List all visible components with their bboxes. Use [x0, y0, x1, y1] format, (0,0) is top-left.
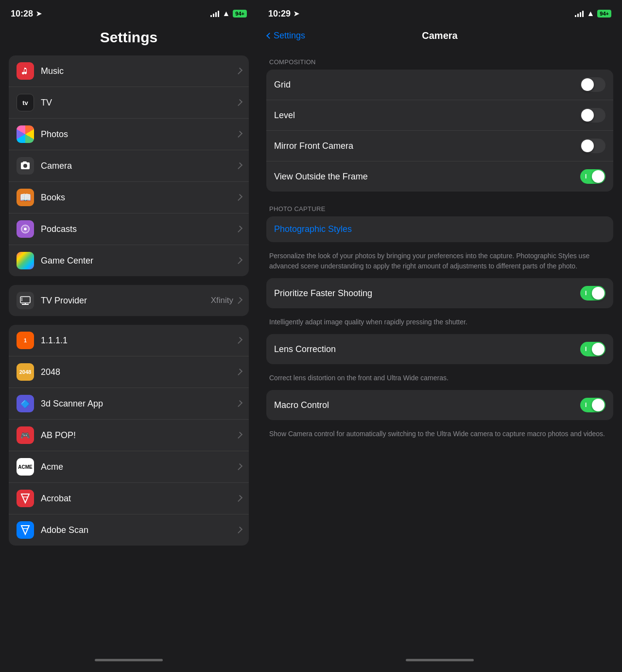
app-2048-label: 2048 — [41, 367, 237, 377]
composition-section-label: COMPOSITION — [266, 49, 613, 70]
mirror-toggle[interactable] — [580, 139, 605, 153]
viewoutside-toggle-knob — [592, 170, 605, 183]
left-panel-title: Settings — [0, 24, 258, 55]
tv-provider-group: TV Provider Xfinity — [9, 285, 249, 316]
right-panel: 10:29 ➤ ▲ 94+ Settings Camera COMPOSITIO… — [258, 0, 622, 672]
photocapture-section-label: PHOTO CAPTURE — [266, 195, 613, 216]
app-abpop-item[interactable]: 🎮 AB POP! — [9, 420, 249, 451]
right-signal-icon — [575, 10, 584, 17]
app-3dscanner-label: 3d Scanner App — [41, 399, 237, 409]
app-acrobat-label: Acrobat — [41, 494, 237, 504]
lens-correction-card: Lens Correction — [266, 334, 613, 364]
svg-point-1 — [24, 228, 27, 230]
left-home-indicator — [95, 659, 163, 661]
location-arrow-icon: ➤ — [36, 10, 42, 18]
photostyles-description: Personalize the look of your photos by b… — [266, 246, 613, 278]
books-label: Books — [41, 193, 237, 203]
app-abpop-icon: 🎮 — [17, 426, 34, 444]
music-icon — [17, 62, 34, 80]
app-2048-item[interactable]: 2048 2048 — [9, 356, 249, 388]
photos-item[interactable]: Photos — [9, 119, 249, 150]
svg-rect-2 — [20, 297, 30, 303]
app-acrobat-item[interactable]: Acrobat — [9, 483, 249, 514]
app-1111-icon: 1 — [17, 332, 34, 349]
faster-shooting-description: Intelligently adapt image quality when r… — [266, 312, 613, 334]
macro-control-toggle-knob — [592, 399, 605, 411]
right-battery-badge: 94+ — [597, 10, 611, 18]
app-adobescan-item[interactable]: Adobe Scan — [9, 514, 249, 546]
composition-card: Grid Level Mirror Front Camera View Outs… — [266, 70, 613, 192]
apps-group: 1 1.1.1.1 2048 2048 🔷 3d Scanner App 🎮 A… — [9, 325, 249, 546]
lens-correction-toggle[interactable] — [580, 342, 605, 356]
svg-point-0 — [24, 165, 27, 167]
back-label: Settings — [274, 31, 305, 41]
books-icon: 📖 — [17, 189, 34, 206]
app-3dscanner-item[interactable]: 🔷 3d Scanner App — [9, 388, 249, 420]
camera-icon — [17, 157, 34, 175]
macro-control-card: Macro Control — [266, 390, 613, 420]
viewoutside-label: View Outside the Frame — [274, 172, 580, 182]
back-button[interactable]: Settings — [267, 31, 305, 41]
camera-label: Camera — [41, 161, 237, 171]
gamecenter-item[interactable]: Game Center — [9, 245, 249, 276]
right-wifi-icon: ▲ — [587, 9, 594, 18]
faster-shooting-toggle-knob — [592, 287, 605, 300]
level-toggle-knob — [581, 109, 594, 122]
photostyles-label: Photographic Styles — [274, 224, 352, 234]
app-adobescan-icon — [17, 521, 34, 539]
podcasts-item[interactable]: Podcasts — [9, 213, 249, 245]
tv-provider-chevron — [236, 297, 242, 304]
mirror-row[interactable]: Mirror Front Camera — [266, 131, 613, 161]
viewoutside-row[interactable]: View Outside the Frame — [266, 161, 613, 192]
right-header: Settings Camera — [258, 24, 622, 49]
macro-control-row[interactable]: Macro Control — [266, 390, 613, 420]
gamecenter-label: Game Center — [41, 256, 237, 266]
macro-control-label: Macro Control — [274, 400, 580, 410]
level-toggle[interactable] — [580, 108, 605, 123]
podcasts-label: Podcasts — [41, 224, 237, 234]
lens-correction-description: Correct lens distortion on the front and… — [266, 368, 613, 390]
app-1111-item[interactable]: 1 1.1.1.1 — [9, 325, 249, 356]
music-item[interactable]: Music — [9, 55, 249, 87]
faster-shooting-toggle[interactable] — [580, 286, 605, 301]
grid-label: Grid — [274, 80, 580, 90]
mirror-label: Mirror Front Camera — [274, 141, 580, 151]
grid-toggle[interactable] — [580, 77, 605, 92]
left-panel: 10:28 ➤ ▲ 94+ Settings Music — [0, 0, 258, 672]
camera-page-title: Camera — [422, 30, 457, 41]
macro-control-description: Show Camera control for automatically sw… — [266, 424, 613, 446]
app-acme-item[interactable]: ACME Acme — [9, 451, 249, 483]
faster-shooting-label: Prioritize Faster Shooting — [274, 288, 580, 299]
grid-row[interactable]: Grid — [266, 70, 613, 100]
macro-control-toggle[interactable] — [580, 398, 605, 412]
photos-icon — [17, 125, 34, 143]
wifi-icon: ▲ — [222, 9, 230, 18]
app-acme-label: Acme — [41, 462, 237, 472]
books-item[interactable]: 📖 Books — [9, 182, 249, 213]
tv-label: TV — [41, 98, 237, 108]
lens-correction-row[interactable]: Lens Correction — [266, 334, 613, 364]
tv-item[interactable]: tv TV — [9, 87, 249, 119]
camera-item[interactable]: Camera — [9, 150, 249, 182]
app-1111-label: 1.1.1.1 — [41, 336, 237, 346]
level-label: Level — [274, 110, 580, 121]
app-abpop-label: AB POP! — [41, 430, 237, 441]
mirror-toggle-knob — [581, 140, 594, 152]
level-row[interactable]: Level — [266, 100, 613, 131]
left-status-icons: ▲ 94+ — [210, 9, 247, 18]
back-chevron-icon — [266, 33, 273, 39]
photostyles-row[interactable]: Photographic Styles — [266, 216, 613, 242]
app-acme-icon: ACME — [17, 458, 34, 476]
camera-settings-content: COMPOSITION Grid Level Mirror Front Came… — [258, 49, 622, 655]
right-time: 10:29 ➤ — [268, 9, 299, 19]
left-status-bar: 10:28 ➤ ▲ 94+ — [0, 0, 258, 24]
right-location-arrow-icon: ➤ — [294, 10, 299, 18]
faster-shooting-card: Prioritize Faster Shooting — [266, 278, 613, 308]
viewoutside-toggle[interactable] — [580, 169, 605, 184]
tv-icon: tv — [17, 94, 34, 111]
faster-shooting-row[interactable]: Prioritize Faster Shooting — [266, 278, 613, 308]
tv-provider-item[interactable]: TV Provider Xfinity — [9, 285, 249, 316]
main-settings-group: Music tv TV Photos Camera — [9, 55, 249, 276]
photostyles-card: Photographic Styles — [266, 216, 613, 242]
grid-toggle-knob — [581, 78, 594, 91]
